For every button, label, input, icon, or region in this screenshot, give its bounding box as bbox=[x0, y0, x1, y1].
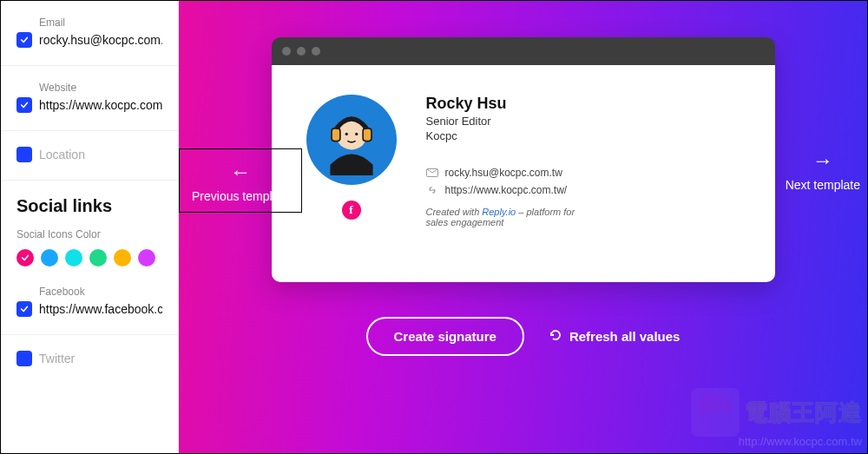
refresh-all-values-button[interactable]: Refresh all values bbox=[549, 328, 681, 345]
arrow-left-icon: ← bbox=[192, 160, 289, 184]
color-swatch[interactable] bbox=[41, 249, 58, 266]
email-checkbox[interactable] bbox=[16, 32, 32, 48]
twitter-input[interactable]: Twitter bbox=[39, 352, 75, 365]
color-swatch[interactable] bbox=[89, 249, 107, 266]
email-field-group: Email rocky.hsu@kocpc.com.t bbox=[16, 16, 162, 48]
avatar-column: f bbox=[306, 95, 397, 256]
color-swatches bbox=[16, 249, 162, 266]
email-input[interactable]: rocky.hsu@kocpc.com.t bbox=[39, 33, 162, 47]
svg-rect-2 bbox=[332, 128, 340, 141]
credit-text: Created with Reply.io – platform for sal… bbox=[426, 207, 582, 227]
watermark: 電腦王阿達 http://www.kocpc.com.tw bbox=[691, 388, 862, 448]
location-field-group: Location bbox=[16, 147, 162, 162]
email-label: Email bbox=[16, 16, 162, 29]
signature-preview-window: f Rocky Hsu Senior Editor Kocpc rocky.hs… bbox=[272, 37, 775, 282]
social-icons-color-label: Social Icons Color bbox=[16, 228, 162, 240]
website-checkbox[interactable] bbox=[16, 97, 32, 113]
color-swatch[interactable] bbox=[65, 249, 82, 266]
avatar bbox=[306, 95, 397, 185]
color-swatch[interactable] bbox=[114, 249, 131, 266]
window-dot-icon bbox=[297, 47, 306, 56]
location-checkbox[interactable] bbox=[16, 147, 32, 162]
preview-email-row: rocky.hsu@kocpc.com.tw bbox=[426, 167, 740, 179]
facebook-checkbox[interactable] bbox=[16, 301, 32, 317]
divider bbox=[1, 180, 178, 181]
previous-template-label: Previous template bbox=[192, 189, 289, 203]
previous-template-button[interactable]: ← Previous template bbox=[179, 148, 302, 213]
location-input[interactable]: Location bbox=[39, 148, 85, 161]
create-signature-button[interactable]: Create signature bbox=[366, 317, 524, 356]
window-dot-icon bbox=[312, 47, 320, 56]
preview-role: Senior Editor bbox=[426, 115, 740, 128]
refresh-label: Refresh all values bbox=[569, 329, 681, 344]
settings-sidebar: Email rocky.hsu@kocpc.com.t Website http… bbox=[1, 1, 179, 453]
svg-rect-3 bbox=[363, 128, 372, 141]
arrow-right-icon: → bbox=[786, 148, 860, 173]
twitter-field-group: Twitter bbox=[16, 351, 162, 366]
preview-canvas: ← Previous template → Next template bbox=[179, 1, 867, 453]
info-column: Rocky Hsu Senior Editor Kocpc rocky.hsu@… bbox=[426, 95, 740, 256]
signature-body: f Rocky Hsu Senior Editor Kocpc rocky.hs… bbox=[272, 65, 775, 282]
preview-name: Rocky Hsu bbox=[426, 95, 740, 113]
action-bar: Create signature Refresh all values bbox=[366, 317, 681, 356]
watermark-url: http://www.kocpc.com.tw bbox=[691, 435, 862, 448]
refresh-icon bbox=[549, 328, 562, 345]
window-titlebar bbox=[272, 37, 775, 65]
envelope-icon bbox=[426, 168, 438, 178]
social-links-heading: Social links bbox=[16, 196, 162, 216]
next-template-button[interactable]: → Next template bbox=[786, 148, 860, 192]
facebook-input[interactable]: https://www.facebook.c bbox=[39, 302, 162, 316]
website-field-group: Website https://www.kocpc.com. bbox=[16, 82, 162, 113]
preview-email: rocky.hsu@kocpc.com.tw bbox=[445, 167, 562, 179]
next-template-label: Next template bbox=[786, 178, 860, 192]
facebook-icon[interactable]: f bbox=[342, 201, 361, 220]
reply-io-link[interactable]: Reply.io bbox=[482, 207, 516, 217]
divider bbox=[1, 65, 178, 66]
facebook-field-group: Facebook https://www.facebook.c bbox=[16, 286, 162, 317]
preview-website-row: https://www.kocpc.com.tw/ bbox=[426, 184, 740, 196]
link-icon bbox=[426, 185, 438, 195]
svg-point-4 bbox=[345, 133, 347, 135]
facebook-label: Facebook bbox=[16, 286, 162, 298]
svg-point-5 bbox=[355, 133, 358, 135]
color-swatch[interactable] bbox=[16, 249, 34, 266]
website-input[interactable]: https://www.kocpc.com. bbox=[39, 98, 162, 112]
preview-company: Kocpc bbox=[426, 129, 740, 142]
website-label: Website bbox=[16, 82, 162, 94]
color-swatch[interactable] bbox=[138, 249, 155, 266]
divider bbox=[1, 334, 178, 335]
divider bbox=[1, 130, 178, 131]
window-dot-icon bbox=[282, 47, 291, 56]
watermark-text: 電腦王阿達 bbox=[745, 398, 862, 428]
twitter-checkbox[interactable] bbox=[16, 351, 32, 366]
preview-website: https://www.kocpc.com.tw/ bbox=[445, 184, 568, 196]
watermark-mascot-icon bbox=[691, 388, 740, 437]
